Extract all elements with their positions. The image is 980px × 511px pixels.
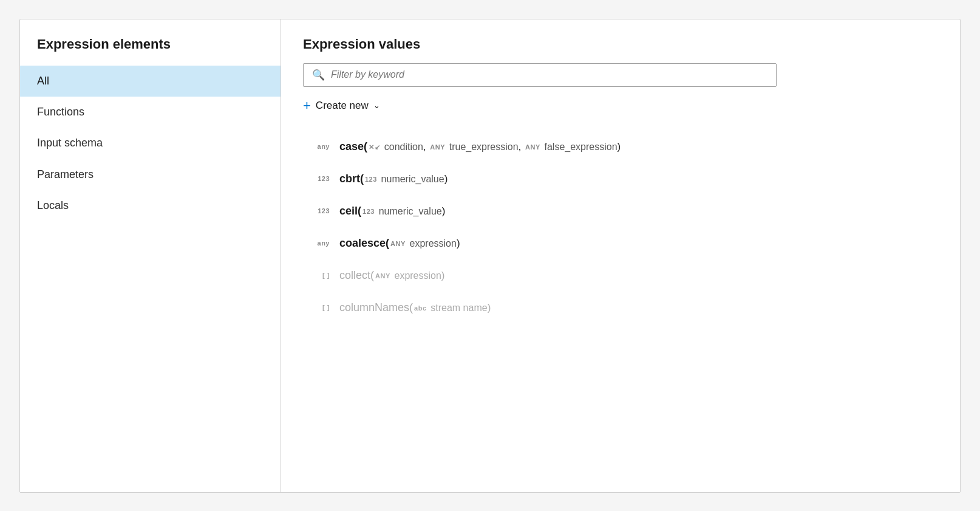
function-list: ANYcase(✕↙ condition, ANY true_expressio… [303,131,938,324]
chevron-down-icon: ⌄ [373,101,380,110]
func-signature-case: case(✕↙ condition, ANY true_expression, … [339,140,621,153]
func-name-coalesce: coalesce( [339,237,389,249]
func-signature-collect: collect(ANY expression) [339,269,445,282]
nav-list: AllFunctionsInput schemaParametersLocals [20,66,281,222]
func-signature-ceil: ceil(123 numeric_value) [339,205,445,218]
search-icon: 🔍 [312,69,325,81]
type-badge-ceil: 123 [303,207,330,214]
expression-values-panel: Expression values 🔍 + Create new ⌄ ANYca… [281,19,960,492]
func-signature-coalesce: coalesce(ANY expression) [339,237,460,250]
left-panel-title: Expression elements [20,36,281,66]
function-item-coalesce[interactable]: ANYcoalesce(ANY expression) [303,227,938,259]
func-name-ceil: ceil( [339,205,361,217]
type-badge-coalesce: ANY [303,239,330,247]
create-new-button[interactable]: + Create new ⌄ [303,99,938,112]
search-box[interactable]: 🔍 [303,63,777,87]
func-name-cbrt: cbrt( [339,173,364,185]
sidebar-item-input_schema[interactable]: Input schema [20,128,281,159]
func-name-collect: collect( [339,269,374,281]
func-signature-columnNames: columnNames(abc stream name) [339,301,491,314]
sidebar-item-functions[interactable]: Functions [20,97,281,128]
function-item-case[interactable]: ANYcase(✕↙ condition, ANY true_expressio… [303,131,938,163]
plus-icon: + [303,99,311,112]
type-badge-columnNames: [ ] [303,304,330,311]
sidebar-item-all[interactable]: All [20,66,281,97]
function-item-cbrt[interactable]: 123cbrt(123 numeric_value) [303,163,938,195]
func-name-case: case( [339,140,367,153]
function-item-ceil[interactable]: 123ceil(123 numeric_value) [303,195,938,227]
function-item-columnNames[interactable]: [ ]columnNames(abc stream name) [303,292,938,324]
type-badge-collect: [ ] [303,272,330,279]
expression-builder-panel: Expression elements AllFunctionsInput sc… [19,19,961,493]
func-name-columnNames: columnNames( [339,301,413,314]
create-new-label: Create new [316,100,369,112]
function-item-collect[interactable]: [ ]collect(ANY expression) [303,259,938,292]
search-input[interactable] [331,69,767,80]
expression-elements-panel: Expression elements AllFunctionsInput sc… [20,19,281,492]
type-badge-case: ANY [303,143,330,150]
func-signature-cbrt: cbrt(123 numeric_value) [339,173,447,185]
sidebar-item-locals[interactable]: Locals [20,190,281,221]
sidebar-item-parameters[interactable]: Parameters [20,159,281,190]
right-panel-title: Expression values [303,36,938,52]
type-badge-cbrt: 123 [303,175,330,182]
